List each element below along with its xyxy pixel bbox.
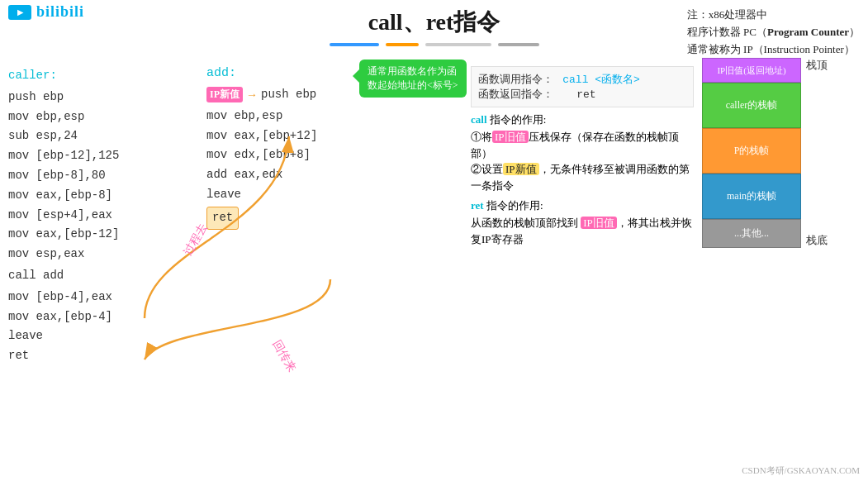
note-box: 注：x86处理器中 程序计数器 PC（Program Counter） 通常被称…	[687, 7, 860, 58]
add-label: add:	[206, 66, 236, 80]
left-line-4: mov [ebp-12],125	[8, 146, 190, 166]
middle-ret-line: ret	[206, 207, 462, 230]
left-panel: caller: push ebp mov ebp,esp sub esp,24 …	[0, 58, 190, 366]
stack-panel: IP旧值(返回地址) caller的栈帧 P的栈帧 main的栈帧 ...其他.…	[694, 58, 867, 366]
left-line-3: sub esp,24	[8, 126, 190, 146]
left-line-5: mov [ebp-8],80	[8, 166, 190, 186]
stack-with-labels: IP旧值(返回地址) caller的栈帧 P的栈帧 main的栈帧 ...其他.…	[702, 58, 867, 248]
left-line-14: ret	[8, 346, 190, 366]
ret-highlight: ret	[206, 207, 239, 230]
left-line-6: mov eax,[ebp-8]	[8, 186, 190, 206]
left-call-line: call add	[8, 266, 190, 286]
caller-label: caller:	[8, 66, 190, 86]
stack-bottom-label: 栈底	[806, 233, 828, 248]
call-effect-title: call 指令的作用:	[471, 112, 694, 127]
page-title: call、ret指令	[368, 7, 500, 38]
call-effect-1: ①将IP旧值压栈保存（保存在函数的栈帧顶部）	[471, 129, 694, 161]
middle-line-6: leave	[206, 185, 462, 205]
middle-line-3: mov eax,[ebp+12]	[206, 126, 462, 146]
bar-blue	[330, 43, 379, 46]
logo-text: bilibili	[36, 3, 84, 21]
middle-line-2: mov ebp,esp	[206, 107, 462, 126]
middle-panel: add: IP新值 → push ebp mov ebp,esp mov eax…	[190, 58, 462, 366]
call-instruction-row: 函数调用指令： call <函数名>	[478, 72, 686, 87]
left-line-12: mov eax,[ebp-4]	[8, 307, 190, 327]
bar-darkgray	[498, 43, 539, 46]
watermark: CSDN考研/GSKAOYAN.COM	[742, 464, 860, 477]
ret-effect-title: ret 指令的作用:	[471, 198, 694, 213]
note-line2: 程序计数器 PC（Program Counter）	[687, 24, 860, 41]
ret-instruction-row: 函数返回指令： ret	[478, 87, 686, 102]
left-line-7: mov [esp+4],eax	[8, 206, 190, 226]
call-add-highlight: call add	[8, 269, 64, 282]
left-line-9: mov esp,eax	[8, 245, 190, 264]
stack-block-others: ...其他...	[702, 219, 801, 248]
main-content: caller: push ebp mov ebp,esp sub esp,24 …	[0, 58, 868, 366]
ip-new-badge: IP新值	[206, 87, 243, 102]
tooltip-box: 通常用函数名作为函数起始地址的<标号>	[359, 60, 467, 98]
left-line-11: IP旧值 → mov [ebp-4],eax	[8, 288, 190, 307]
ret-instruction-value: ret	[576, 88, 595, 101]
ip-new-arrow: →	[246, 88, 258, 102]
stack-block-p: P的栈帧	[702, 128, 801, 174]
stack-top-label: 栈顶	[806, 58, 828, 73]
left-line-13: leave	[8, 326, 190, 346]
stack-block-main: main的栈帧	[702, 174, 801, 219]
ret-effect: 从函数的栈帧顶部找到 IP旧值，将其出栈并恢复IP寄存器	[471, 215, 694, 247]
desc-panel: 函数调用指令： call <函数名> 函数返回指令： ret call 指令的作…	[462, 58, 694, 366]
left-line-1: push ebp	[8, 88, 190, 107]
stack-block-caller: caller的栈帧	[702, 83, 801, 128]
stack-block-ip: IP旧值(返回地址)	[702, 58, 801, 83]
note-line3: 通常被称为 IP（Instruction Pointer）	[687, 41, 860, 59]
instruction-summary: 函数调用指令： call <函数名> 函数返回指令： ret	[471, 66, 694, 107]
stack-side-labels: 栈顶 栈底	[806, 58, 828, 248]
middle-line-4: mov edx,[ebp+8]	[206, 145, 462, 165]
middle-line-5: add eax,edx	[206, 165, 462, 185]
middle-line-1: push ebp	[261, 85, 316, 105]
call-effect-2: ②设置IP新值，无条件转移至被调用函数的第一条指令	[471, 161, 694, 193]
ret-effect-section: ret 指令的作用: 从函数的栈帧顶部找到 IP旧值，将其出栈并恢复IP寄存器	[471, 198, 694, 247]
bilibili-icon: ▶	[8, 5, 31, 20]
left-line-2: mov ebp,esp	[8, 107, 190, 127]
bar-gray	[425, 43, 491, 46]
stack-blocks-col: IP旧值(返回地址) caller的栈帧 P的栈帧 main的栈帧 ...其他.…	[702, 58, 801, 248]
left-line-8: mov eax,[ebp-12]	[8, 225, 190, 245]
logo-area: ▶ bilibili	[8, 3, 84, 21]
call-instruction-value: call <函数名>	[562, 74, 640, 86]
bar-orange	[386, 43, 419, 46]
call-effect-section: call 指令的作用: ①将IP旧值压栈保存（保存在函数的栈帧顶部） ②设置IP…	[471, 112, 694, 193]
note-line1: 注：x86处理器中	[687, 7, 860, 24]
